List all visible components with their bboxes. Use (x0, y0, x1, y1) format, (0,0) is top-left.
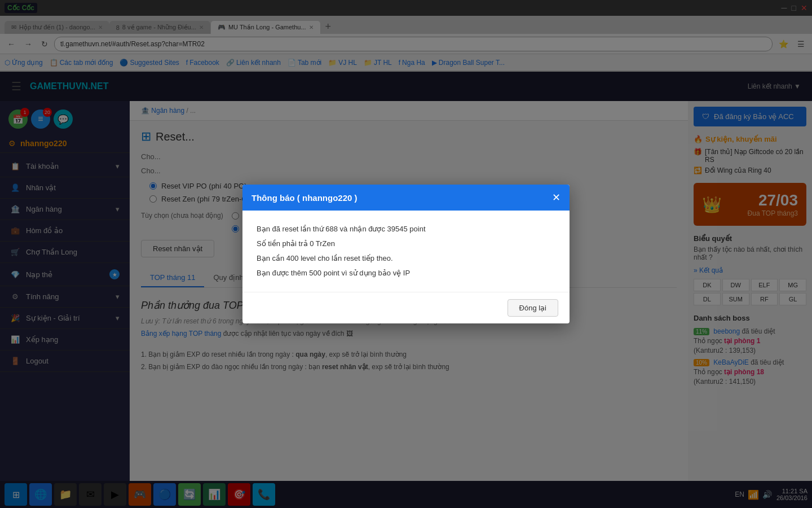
modal-body: Bạn đã reset lần thứ 688 và nhận được 39… (242, 211, 570, 292)
modal-title: Thông báo ( nhanngo220 ) (251, 193, 358, 203)
modal-line-1: Bạn đã reset lần thứ 688 và nhận được 39… (257, 222, 555, 237)
dong-lai-button[interactable]: Đóng lại (508, 299, 558, 317)
modal-overlay: Thông báo ( nhanngo220 ) ✕ Bạn đã reset … (0, 0, 812, 508)
modal-header: Thông báo ( nhanngo220 ) ✕ (242, 185, 570, 211)
modal-footer: Đóng lại (242, 292, 570, 323)
modal-line-2: Số tiền phải trả 0 TrZen (257, 237, 555, 251)
modal-line-3: Bạn cần 400 level cho lần reset tiếp the… (257, 251, 555, 266)
modal-close-x-button[interactable]: ✕ (552, 191, 561, 204)
modal-dialog: Thông báo ( nhanngo220 ) ✕ Bạn đã reset … (242, 185, 570, 323)
modal-line-4: Bạn được thêm 500 point vì sử dụng bảo v… (257, 266, 555, 281)
